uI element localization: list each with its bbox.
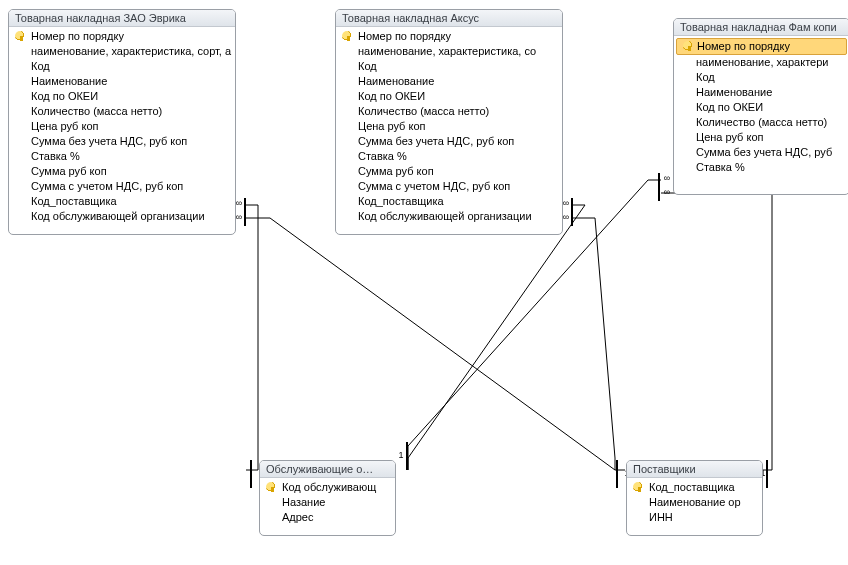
table-field-list: Номер по порядкунаименование, характериК… [674, 36, 848, 179]
table-field[interactable]: Адрес [260, 510, 395, 525]
table-field[interactable]: Ставка % [674, 160, 848, 175]
table-field-list: Номер по порядкунаименование, характерис… [9, 27, 235, 228]
table-tovarnaya-evrika[interactable]: Товарная накладная ЗАО ЭврикаНомер по по… [8, 9, 236, 235]
table-field[interactable]: Сумма руб коп [9, 164, 235, 179]
cardinality-infinity: ∞ ∞ [561, 198, 579, 228]
table-field[interactable]: наименование, характери [674, 55, 848, 70]
table-field-pk[interactable]: Номер по порядку [676, 38, 847, 55]
table-field[interactable]: Код по ОКЕИ [674, 100, 848, 115]
table-field[interactable]: Наименование ор [627, 495, 762, 510]
table-field[interactable]: Цена руб коп [674, 130, 848, 145]
cardinality-infinity: ∞ ∞ [234, 198, 252, 228]
table-field[interactable]: Сумма без учета НДС, руб коп [336, 134, 562, 149]
table-field[interactable]: Наименование [9, 74, 235, 89]
table-field[interactable]: Код [336, 59, 562, 74]
table-title[interactable]: Товарная накладная ЗАО Эврика [9, 10, 235, 27]
table-field[interactable]: ИНН [627, 510, 762, 525]
table-field[interactable]: наименование, характеристика, сорт, а [9, 44, 235, 59]
table-field[interactable]: Количество (масса нетто) [9, 104, 235, 119]
table-field-pk[interactable]: Номер по порядку [9, 29, 235, 44]
table-field[interactable]: Сумма руб коп [336, 164, 562, 179]
table-field[interactable]: Код обслуживающей организации [336, 209, 562, 224]
table-field[interactable]: Количество (масса нетто) [674, 115, 848, 130]
relationships-canvas: { "tables": { "evrika": { "title": "Това… [0, 0, 848, 565]
table-postavshchiki[interactable]: ПоставщикиКод_поставщикаНаименование орИ… [626, 460, 763, 536]
table-field-pk[interactable]: Номер по порядку [336, 29, 562, 44]
table-field[interactable]: Код [674, 70, 848, 85]
table-tovarnaya-aksus[interactable]: Товарная накладная АксусНомер по порядку… [335, 9, 563, 235]
table-field[interactable]: Назание [260, 495, 395, 510]
table-field[interactable]: Цена руб коп [336, 119, 562, 134]
cardinality-infinity: ∞ ∞ [656, 173, 674, 203]
table-field[interactable]: Сумма с учетом НДС, руб коп [9, 179, 235, 194]
table-field-pk[interactable]: Код_поставщика [627, 480, 762, 495]
table-title[interactable]: Обслуживающие о… [260, 461, 395, 478]
table-obsluzhivayushchie[interactable]: Обслуживающие о…Код обслуживающНазаниеАд… [259, 460, 396, 536]
table-field[interactable]: Код_поставщика [336, 194, 562, 209]
table-field[interactable]: наименование, характеристика, со [336, 44, 562, 59]
table-field[interactable]: Сумма без учета НДС, руб [674, 145, 848, 160]
table-field-list: Номер по порядкунаименование, характерис… [336, 27, 562, 228]
table-field[interactable]: Код по ОКЕИ [336, 89, 562, 104]
table-field[interactable]: Количество (масса нетто) [336, 104, 562, 119]
cardinality-one: 1 [394, 442, 412, 472]
table-tovarnaya-fam[interactable]: Товарная накладная Фам копиНомер по поря… [673, 18, 848, 195]
table-field[interactable]: Код по ОКЕИ [9, 89, 235, 104]
table-field-pk[interactable]: Код обслуживающ [260, 480, 395, 495]
table-field[interactable]: Наименование [674, 85, 848, 100]
table-field[interactable]: Цена руб коп [9, 119, 235, 134]
cardinality-one: 1 [762, 460, 780, 490]
table-title[interactable]: Товарная накладная Аксус [336, 10, 562, 27]
table-field[interactable]: Код [9, 59, 235, 74]
table-field[interactable]: Наименование [336, 74, 562, 89]
table-title[interactable]: Товарная накладная Фам копи [674, 19, 848, 36]
table-field[interactable]: Сумма без учета НДС, руб коп [9, 134, 235, 149]
table-field[interactable]: Сумма с учетом НДС, руб коп [336, 179, 562, 194]
table-field-list: Код_поставщикаНаименование орИНН [627, 478, 762, 529]
table-field[interactable]: Ставка % [336, 149, 562, 164]
table-title[interactable]: Поставщики [627, 461, 762, 478]
table-field[interactable]: Ставка % [9, 149, 235, 164]
table-field-list: Код обслуживающНазаниеАдрес [260, 478, 395, 529]
table-field[interactable]: Код обслуживающей организации [9, 209, 235, 224]
table-field[interactable]: Код_поставщика [9, 194, 235, 209]
